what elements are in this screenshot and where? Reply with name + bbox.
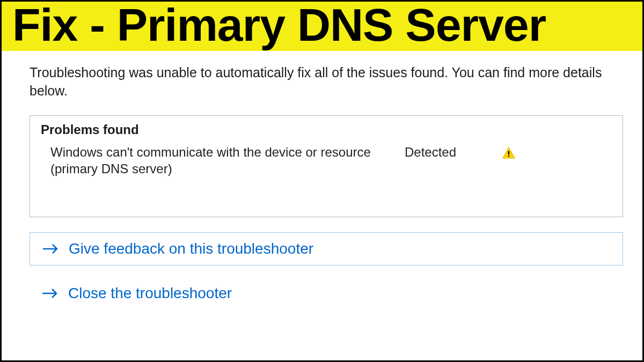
troubleshooter-content: Troubleshooting was unable to automatica… — [2, 51, 642, 334]
problem-status: Detected — [405, 144, 491, 160]
arrow-right-icon — [42, 242, 59, 255]
problem-row: Windows can't communicate with the devic… — [41, 144, 612, 177]
svg-rect-0 — [508, 151, 509, 154]
banner-title: Fix - Primary DNS Server — [12, 0, 546, 50]
problems-found-box: Problems found Windows can't communicate… — [30, 115, 623, 217]
summary-text: Troubleshooting was unable to automatica… — [30, 64, 623, 100]
problems-heading: Problems found — [41, 122, 612, 137]
close-troubleshooter-link[interactable]: Close the troubleshooter — [30, 277, 623, 309]
svg-rect-1 — [508, 156, 509, 157]
warning-icon — [501, 146, 516, 161]
give-feedback-label: Give feedback on this troubleshooter — [69, 240, 313, 257]
title-banner: Fix - Primary DNS Server — [2, 2, 642, 51]
close-troubleshooter-label: Close the troubleshooter — [68, 285, 232, 302]
problem-description: Windows can't communicate with the devic… — [50, 144, 394, 177]
arrow-right-icon — [41, 287, 58, 300]
give-feedback-link[interactable]: Give feedback on this troubleshooter — [30, 232, 623, 265]
